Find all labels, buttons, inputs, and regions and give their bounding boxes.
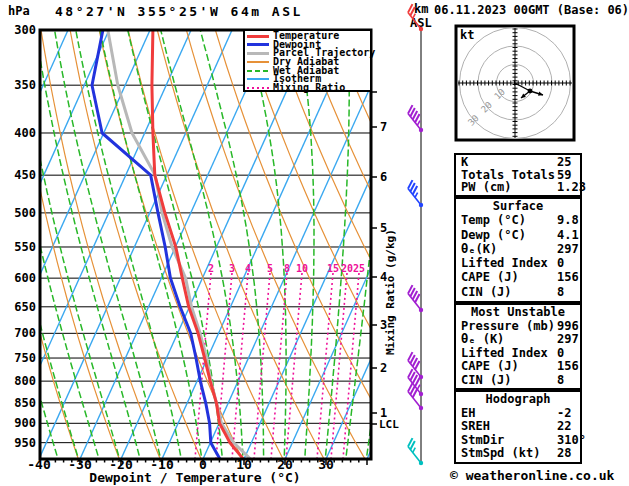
mixing-ratio-value-label: 10 [296,263,308,274]
pressure-tick-label: 550 [14,240,36,254]
stat-label: θₑ (K) [461,332,504,346]
stat-label: StmDir [461,433,504,447]
stat-row-cin-j-: CIN (J)8 [456,285,580,299]
pressure-tick-label: 400 [14,126,36,140]
legend-item-label: Mixing Ratio [273,84,345,92]
stat-row-temp-c-: Temp (°C)9.8 [456,213,580,227]
wind-barb-station-dot [419,461,423,465]
wind-barb [408,4,423,31]
stat-value: 310° [557,433,586,447]
stat-row-cape-j-: CAPE (J)156 [456,270,580,284]
wind-barb-station-dot [419,308,423,312]
footer-credit: © weatheronline.co.uk [450,468,614,483]
stat-row-pw-cm-: PW (cm)1.23 [456,180,580,193]
wind-barb-half-feather [415,193,418,198]
legend-swatch-solid [247,35,269,38]
parcel-trajectory-curve [108,30,250,459]
stat-label: CAPE (J) [461,270,519,284]
mixing-ratio-value-label: 3 [229,263,235,274]
pressure-tick-label: 700 [14,326,36,340]
stats-box-surface: SurfaceTemp (°C)9.8Dewp (°C)4.1θₑ(K)297L… [454,197,582,303]
stat-value: 996 [557,319,579,333]
wind-barb-station-dot [419,406,423,410]
km-tick-label: 6 [380,170,387,184]
mixing-ratio-line [317,273,333,459]
stat-value: -2 [557,406,571,420]
stat-row--k-: θₑ (K)297 [456,332,580,346]
mixing-ratio-value-label: 20 [341,263,353,274]
wind-barb-station-dot [419,392,423,396]
legend-swatch-solid [247,52,269,55]
isotherm-line [244,30,437,459]
stat-label: CIN (J) [461,373,512,387]
mixing-ratio-value-label: 15 [327,263,339,274]
pressure-tick-label: 350 [14,78,36,92]
stats-box-header: Surface [456,199,580,213]
pressure-tick-label: 950 [14,436,36,450]
stat-value: 9.8 [557,213,579,227]
stat-value: 22 [557,419,571,433]
stat-label: Dewp (°C) [461,228,526,242]
pressure-tick-label: 900 [14,416,36,430]
legend-item: Mixing Ratio [247,84,370,93]
stat-value: 0 [557,256,564,270]
x-axis-label: Dewpoint / Temperature (°C) [40,470,350,485]
mixing-ratio-line [286,273,302,459]
dry-adiabat-line [245,30,447,459]
km-tick-label: 7 [380,120,387,134]
stat-label: SREH [461,419,490,433]
stat-row-eh: EH-2 [456,406,580,420]
pressure-tick-label: 650 [14,300,36,314]
pressure-tick-label: 450 [14,168,36,182]
isotherm-line [203,30,396,459]
stat-row-totals-totals: Totals Totals59 [456,168,580,181]
stat-value: 8 [557,285,564,299]
wet-adiabat-line [326,30,350,456]
legend-swatch-dot [247,87,269,89]
km-tick-label: 2 [380,361,387,375]
wind-barb-station-dot [419,27,423,31]
mixing-ratio-value-label: 25 [353,263,365,274]
wet-adiabat-line [200,30,263,456]
mixing-ratio-value-label: 4 [245,263,251,274]
stat-row-pressure-mb-: Pressure (mb)996 [456,319,580,333]
wind-barb-half-feather [413,14,416,19]
legend-swatch-solid [247,43,269,46]
mixing-ratio-value-label: 2 [208,263,214,274]
legend-swatch-solid [247,78,269,80]
legend-swatch-dash [247,70,269,72]
stat-value: 1.23 [557,180,586,194]
stat-row-cape-j-: CAPE (J)156 [456,359,580,373]
stat-row-stmspd-kt-: StmSpd (kt)28 [456,446,580,460]
stat-value: 297 [557,242,579,256]
stat-value: 0 [557,346,564,360]
stat-value: 8 [557,373,564,387]
stats-box-header: Most Unstable [456,305,580,319]
legend-swatch-solid [247,61,269,63]
wind-barb-half-feather [413,448,416,453]
skewt-sounding-page: hPa 48°27'N 355°25'W 64m ASL km ASL 06.1… [0,0,629,486]
stat-label: StmSpd (kt) [461,446,540,460]
wind-barb-half-feather [417,121,420,126]
wind-barb-half-feather [417,385,420,390]
stat-value: 297 [557,332,579,346]
stat-row-stmdir: StmDir310° [456,433,580,447]
mixing-ratio-axis-label: Mixing Ratio (g/kg) [384,229,397,355]
legend: TemperatureDewpointParcel TrajectoryDry … [243,29,372,92]
stats-box-hodograph: HodographEH-2SREH22StmDir310°StmSpd (kt)… [454,390,582,464]
stats-column: K25Totals Totals59PW (cm)1.23SurfaceTemp… [454,0,584,486]
stat-row-lifted-index: Lifted Index0 [456,256,580,270]
wind-barb-station-dot [419,203,423,207]
stats-box-most-unstable: Most UnstablePressure (mb)996θₑ (K)297Li… [454,303,582,390]
pressure-tick-label: 750 [14,351,36,365]
stat-label: PW (cm) [461,180,512,194]
lcl-label: LCL [379,418,399,431]
mixing-ratio-value-label: 5 [267,263,273,274]
pressure-tick-label: 500 [14,206,36,220]
stat-row-cin-j-: CIN (J)8 [456,373,580,387]
stat-row--k-: θₑ(K)297 [456,242,580,256]
stat-row-lifted-index: Lifted Index0 [456,346,580,360]
stat-value: 28 [557,446,571,460]
stat-label: Pressure (mb) [461,319,555,333]
pressure-tick-label: 600 [14,271,36,285]
